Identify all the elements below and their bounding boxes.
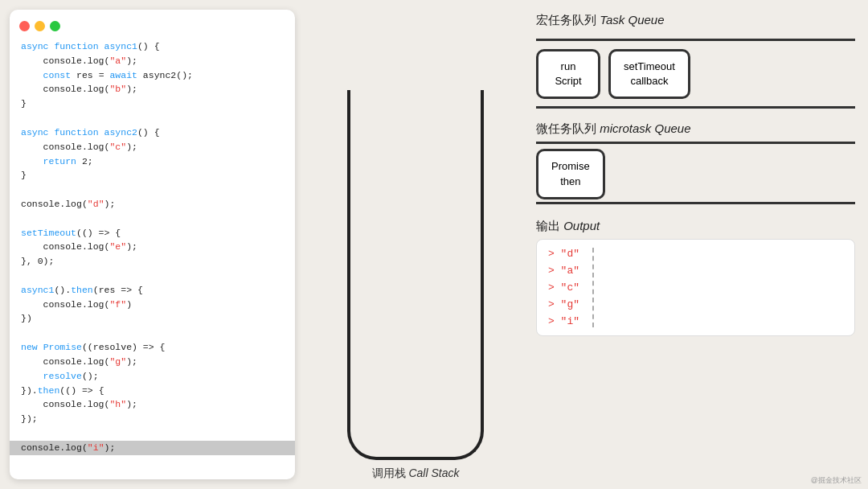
output-box: > "d" > "a" > "c" > "g" > "i": [536, 239, 855, 336]
watermark: @掘金技术社区: [811, 475, 862, 486]
code-line: async function async2() {: [21, 125, 284, 140]
divider: [536, 39, 855, 41]
code-line: }): [21, 311, 284, 326]
output-list: > "d" > "a" > "c" > "g" > "i": [548, 248, 579, 327]
output-item-g: > "g": [548, 298, 579, 310]
output-item-a: > "a": [548, 265, 579, 277]
callstack-title: 调用栈: [372, 466, 406, 479]
code-line: [21, 269, 284, 283]
output-item-i: > "i": [548, 315, 579, 327]
output-title: 输出 Output: [536, 219, 855, 234]
output-item-d: > "d": [548, 248, 579, 260]
code-line: resolve();: [21, 369, 284, 384]
code-line: [21, 426, 284, 441]
call-stack-visual: [347, 90, 484, 460]
task-queue-item-settimeout: setTimeoutcallback: [608, 49, 690, 99]
task-queue-title: 宏任务队列 Task Queue: [536, 13, 855, 28]
code-line: console.log("a");: [21, 54, 284, 68]
divider: [536, 142, 855, 144]
code-line: });: [21, 412, 284, 426]
code-line: return 2;: [21, 154, 284, 169]
callstack-panel: 调用栈 Call Stack: [303, 0, 528, 489]
task-queue-items: runScript setTimeoutcallback: [536, 49, 855, 99]
output-section: 输出 Output > "d" > "a" > "c" > "g" > "i": [536, 219, 855, 481]
code-line: console.log("c");: [21, 140, 284, 154]
code-line: console.log("h");: [21, 397, 284, 412]
microtask-queue-title: 微任务队列 microtask Queue: [536, 121, 855, 137]
right-panel: 宏任务队列 Task Queue runScript setTimeoutcal…: [528, 0, 868, 489]
code-line: console.log("g");: [21, 355, 284, 369]
highlighted-code-line: console.log("i");: [10, 441, 295, 455]
code-line: setTimeout(() => {: [21, 226, 284, 240]
code-line: }, 0);: [21, 254, 284, 269]
code-line: async function async1() {: [21, 39, 284, 54]
code-line: new Promise((resolve) => {: [21, 340, 284, 355]
minimize-icon[interactable]: [35, 21, 45, 31]
code-line: }: [21, 168, 284, 183]
microtask-queue-section: 微任务队列 microtask Queue Promisethen: [536, 121, 855, 208]
divider: [536, 202, 855, 204]
output-divider: [592, 248, 594, 327]
code-line: async1().then(res => {: [21, 283, 284, 298]
output-item-c: > "c": [548, 281, 579, 294]
code-line: [21, 326, 284, 340]
code-line: }).then(() => {: [21, 384, 284, 398]
callstack-title-italic: Call Stack: [408, 466, 459, 479]
code-line: console.log("b");: [21, 82, 284, 97]
code-line: }: [21, 97, 284, 111]
code-line: [21, 183, 284, 197]
code-line: console.log("e");: [21, 240, 284, 254]
task-queue-item-run-script: runScript: [536, 49, 600, 99]
traffic-lights: [10, 18, 295, 39]
maximize-icon[interactable]: [50, 21, 60, 31]
callstack-label: 调用栈 Call Stack: [372, 466, 460, 489]
close-icon[interactable]: [19, 21, 30, 31]
microtask-queue-items: Promisethen: [536, 149, 855, 199]
code-line: console.log("d");: [21, 197, 284, 212]
divider: [536, 106, 855, 109]
code-line: [21, 212, 284, 226]
code-editor: async function async1() { console.log("a…: [10, 39, 295, 471]
code-panel: async function async1() { console.log("a…: [10, 10, 295, 479]
microtask-queue-item-promise-then: Promisethen: [536, 149, 605, 199]
code-line: [21, 111, 284, 125]
code-line: const res = await async2();: [21, 68, 284, 83]
code-line: console.log("f"): [21, 298, 284, 312]
